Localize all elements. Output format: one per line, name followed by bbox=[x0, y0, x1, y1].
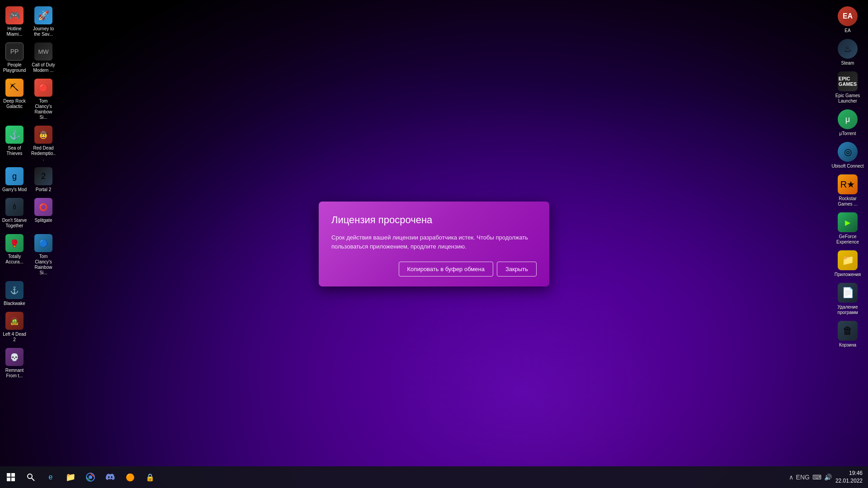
modal-body: Срок действия вашей лицензии разработчик… bbox=[331, 233, 537, 251]
svg-rect-0 bbox=[7, 473, 10, 477]
clock-date: 22.01.2022 bbox=[835, 477, 863, 485]
svg-point-7 bbox=[89, 475, 92, 479]
license-expired-modal: Лицензия просрочена Срок действия вашей … bbox=[319, 202, 549, 286]
discord-button[interactable] bbox=[101, 468, 119, 486]
taskbar-item-7[interactable]: 🔒 bbox=[141, 468, 159, 486]
clock-time: 19:46 bbox=[849, 469, 863, 477]
search-button[interactable] bbox=[22, 468, 40, 486]
taskbar-right: ∧ ENG ⌨ 🔊 19:46 22.01.2022 bbox=[789, 469, 868, 485]
modal-overlay: Лицензия просрочена Срок действия вашей … bbox=[0, 0, 868, 488]
volume-icon[interactable]: 🔊 bbox=[824, 474, 832, 481]
taskbar-sys-icons: ∧ ENG ⌨ 🔊 bbox=[789, 474, 832, 481]
taskbar-item-6[interactable]: 🟠 bbox=[121, 468, 139, 486]
lang-indicator[interactable]: ENG bbox=[796, 474, 810, 481]
close-button[interactable]: Закрыть bbox=[497, 262, 537, 277]
taskbar-clock[interactable]: 19:46 22.01.2022 bbox=[835, 469, 863, 485]
svg-rect-1 bbox=[11, 473, 15, 477]
taskbar-left: e 📁 🟠 🔒 bbox=[0, 468, 159, 486]
modal-title: Лицензия просрочена bbox=[331, 214, 537, 226]
svg-rect-3 bbox=[11, 478, 15, 481]
svg-point-4 bbox=[28, 474, 32, 479]
svg-line-5 bbox=[32, 478, 34, 481]
edge-button[interactable]: e bbox=[42, 468, 60, 486]
start-button[interactable] bbox=[2, 468, 20, 486]
keyboard-icon: ⌨ bbox=[812, 474, 821, 481]
chrome-button[interactable] bbox=[81, 468, 99, 486]
chevron-up-icon[interactable]: ∧ bbox=[789, 474, 793, 481]
copy-to-clipboard-button[interactable]: Копировать в буфер обмена bbox=[399, 262, 493, 277]
file-explorer-button[interactable]: 📁 bbox=[61, 468, 80, 486]
modal-buttons: Копировать в буфер обмена Закрыть bbox=[331, 262, 537, 277]
taskbar: e 📁 🟠 🔒 ∧ ENG ⌨ 🔊 19:46 22.01.2022 bbox=[0, 466, 868, 488]
svg-rect-2 bbox=[7, 478, 10, 481]
